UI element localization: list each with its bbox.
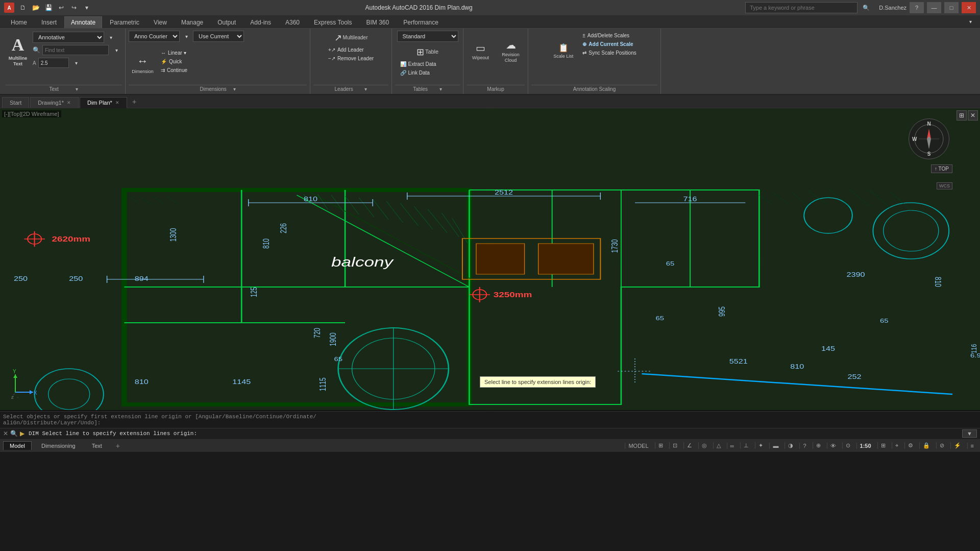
ducs-status[interactable]: ⊥	[740, 442, 752, 449]
svg-text:995: 995	[717, 306, 726, 317]
lw-status[interactable]: ▬	[769, 443, 781, 449]
dim-expand[interactable]: ▾	[233, 86, 236, 92]
cmd-close-icon[interactable]: ✕	[3, 430, 8, 437]
model-status[interactable]: MODEL	[625, 443, 651, 449]
model-tab[interactable]: Model	[3, 441, 32, 450]
qp-status[interactable]: ?	[799, 443, 809, 449]
dyn-status[interactable]: ✦	[755, 442, 766, 449]
otrack-status[interactable]: ∞	[727, 443, 738, 449]
drawing1-close-icon[interactable]: ✕	[67, 100, 71, 105]
tab-performance[interactable]: Performance	[397, 16, 445, 28]
tab-insert[interactable]: Insert	[35, 16, 63, 28]
continue-button[interactable]: ⇉ Continue	[158, 66, 190, 74]
dimensioning-tab[interactable]: Dimensioning	[35, 441, 82, 450]
search-input[interactable]	[745, 2, 857, 13]
quick-button[interactable]: ⚡ Quick	[158, 58, 190, 65]
scale-display[interactable]: 1:50	[856, 443, 874, 449]
isolate-obj[interactable]: ⊘	[936, 442, 947, 449]
dim-style-dropdown[interactable]: Anno Courier	[129, 31, 180, 42]
find-text-input[interactable]	[42, 45, 109, 55]
table-button[interactable]: ⊞ Table	[397, 45, 458, 59]
dimplan-close-icon[interactable]: ✕	[115, 100, 119, 105]
open-btn[interactable]: 📂	[30, 2, 41, 13]
add-current-scale-button[interactable]: ⊕ Add Current Scale	[579, 40, 639, 48]
drawing1-tab-label: Drawing1*	[38, 100, 64, 106]
viewport-btn1[interactable]: ⊞	[957, 110, 967, 121]
table-style-dropdown[interactable]: Standard	[397, 31, 458, 42]
osnap-status[interactable]: △	[713, 442, 724, 449]
help-btn[interactable]: ?	[910, 2, 924, 13]
command-input[interactable]	[199, 430, 960, 437]
snap-status[interactable]: ⊡	[669, 442, 680, 449]
doc-tab-dimplan[interactable]: Dim Plan* ✕	[80, 97, 127, 108]
revision-cloud-button[interactable]: ☁ Revision Cloud	[497, 31, 525, 71]
dim-use-current[interactable]: Use Current	[193, 31, 244, 42]
text-style-manage-btn[interactable]: ▾	[106, 32, 115, 43]
tables-expand[interactable]: ▾	[439, 86, 442, 92]
wipeout-button[interactable]: ▭ Wipeout	[467, 31, 495, 71]
link-data-button[interactable]: 🔗 Link Data	[397, 69, 433, 77]
remove-leader-button[interactable]: −↗ Remove Leader	[325, 55, 377, 62]
hardware-accel[interactable]: ⚡	[950, 442, 964, 449]
dimension-button[interactable]: ↔ Dimension	[129, 49, 157, 80]
text-style-dropdown[interactable]: Annotative	[33, 32, 104, 43]
polar-status[interactable]: ◎	[698, 442, 710, 449]
new-btn[interactable]: 🗋	[17, 2, 29, 13]
tab-addins[interactable]: Add-ins	[243, 16, 278, 28]
text-height-input[interactable]	[38, 58, 69, 68]
maximize-btn[interactable]: □	[944, 2, 959, 13]
tab-parametric[interactable]: Parametric	[103, 16, 146, 28]
save-btn[interactable]: 💾	[43, 2, 54, 13]
tab-a360[interactable]: A360	[279, 16, 306, 28]
viewport-btn2[interactable]: ✕	[968, 110, 978, 121]
multiline-text-button[interactable]: A MultilineText	[5, 31, 31, 71]
sel-cycling-status[interactable]: ⊕	[813, 442, 824, 449]
ribbon-collapse-btn[interactable]: ▾	[965, 16, 976, 27]
anno-scale-btn[interactable]: ⌖	[892, 442, 901, 449]
lock-ui[interactable]: 🔒	[919, 442, 933, 449]
redo-btn[interactable]: ↪	[68, 2, 80, 13]
add-delete-scales-button[interactable]: ± Add/Delete Scales	[579, 32, 639, 39]
linear-button[interactable]: ↔ Linear ▾	[158, 49, 190, 57]
doc-tab-start[interactable]: Start	[2, 97, 29, 108]
dim-style-arrow[interactable]: ▾	[181, 31, 192, 42]
grid-status[interactable]: ⊞	[655, 442, 666, 449]
sync-scale-positions-button[interactable]: ⇄ Sync Scale Positions	[579, 49, 639, 57]
minimize-btn[interactable]: —	[927, 2, 941, 13]
customize-status[interactable]: ≡	[967, 443, 977, 449]
transparency-status[interactable]: ◑	[785, 442, 796, 449]
tab-home[interactable]: Home	[4, 16, 34, 28]
tab-view[interactable]: View	[147, 16, 174, 28]
leaders-expand[interactable]: ▾	[364, 86, 367, 92]
undo-btn[interactable]: ↩	[56, 2, 67, 13]
text-tab[interactable]: Text	[85, 441, 109, 450]
extract-data-button[interactable]: 📊 Extract Data	[397, 60, 439, 68]
search-icon: 🔍	[863, 5, 870, 11]
ortho-status[interactable]: ∠	[683, 442, 695, 449]
tab-annotate[interactable]: Annotate	[64, 16, 102, 28]
add-leader-button[interactable]: +↗ Add Leader	[325, 46, 367, 54]
close-btn[interactable]: ✕	[962, 2, 976, 13]
extract-data-icon: 📊	[400, 61, 406, 67]
text-group-expand[interactable]: ▾	[76, 86, 78, 92]
qa-arrow[interactable]: ▾	[81, 2, 92, 13]
ws-status[interactable]: ⚙	[904, 442, 916, 449]
cmd-dropdown-btn[interactable]: ▼	[962, 429, 977, 438]
doc-tab-drawing1[interactable]: Drawing1* ✕	[30, 97, 79, 108]
tab-bim360[interactable]: BIM 360	[360, 16, 396, 28]
text-height-arrow[interactable]: ▾	[71, 57, 82, 68]
anno-mon-status[interactable]: 👁	[827, 443, 839, 449]
tab-output[interactable]: Output	[211, 16, 242, 28]
tab-express[interactable]: Express Tools	[307, 16, 358, 28]
tables-ribbon-group: Standard ⊞ Table 📊 Extract Data 🔗 Link D…	[392, 29, 463, 94]
scale-list-button[interactable]: 📋 Scale List	[549, 31, 577, 71]
command-line-area: Select objects or specify first extensio…	[0, 411, 980, 428]
tab-manage[interactable]: Manage	[175, 16, 210, 28]
multileader-button[interactable]: ↗ Multileader	[325, 31, 377, 45]
find-text-options[interactable]: ▾	[111, 44, 122, 56]
add-layout-btn[interactable]: +	[112, 440, 124, 452]
units-status[interactable]: ⊙	[842, 442, 853, 449]
viewport-scale-btn[interactable]: ⊞	[877, 442, 889, 449]
cmd-search-icon[interactable]: 🔍	[10, 430, 18, 437]
new-tab-button[interactable]: +	[128, 95, 140, 108]
